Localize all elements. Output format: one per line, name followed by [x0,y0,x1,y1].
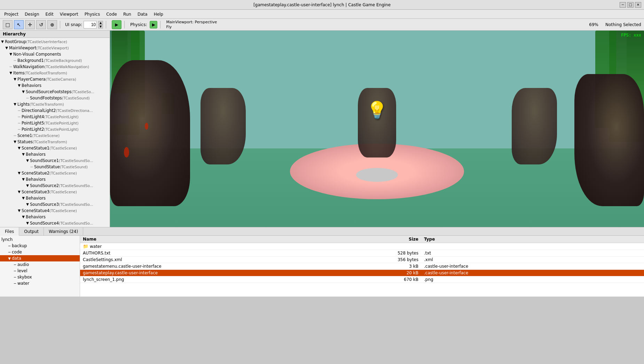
tree-item[interactable]: ▼Behaviors [0,176,110,183]
tree-item[interactable]: ─WalkNavigation (TCastleWalkNavigation) [0,64,110,70]
tree-expand-arrow[interactable]: ▼ [25,158,30,163]
file-row[interactable]: gamestatemenu.castle-user-interface3 kB.… [80,263,644,270]
tree-expand-arrow[interactable]: ▼ [25,220,30,226]
sidebar-item-audio[interactable]: ─audio [0,261,80,268]
tree-item[interactable]: ▼PlayerCamera (TCastleCamera) [0,76,110,82]
tree-expand-arrow[interactable]: ▼ [8,51,13,57]
file-tree-arrow[interactable]: ─ [7,244,12,248]
tree-expand-arrow[interactable]: ▼ [17,189,22,195]
arrow-button[interactable]: ↖ [14,20,24,29]
sidebar-item-backup[interactable]: ─backup [0,243,80,249]
sidebar-item-skybox[interactable]: ─skybox [0,274,80,280]
tree-item[interactable]: ▼Behaviors [0,82,110,89]
physics-play-button[interactable]: ▶ [150,21,157,29]
tree-item[interactable]: ▼RootGroup (TCastleUserInterface) [0,39,110,45]
move-button[interactable]: ✛ [25,20,35,29]
tree-expand-arrow[interactable]: ▼ [21,152,26,157]
tree-label: WalkNavigation [13,64,45,70]
sidebar-item-code[interactable]: ─code [0,249,80,255]
file-row[interactable]: 📁water [80,243,644,250]
tree-item[interactable]: ─SoundFootsteps (TCastleSound) [0,95,110,101]
file-tree-arrow[interactable]: ▼ [7,257,12,260]
maximize-button[interactable]: □ [627,2,634,8]
tree-item[interactable]: ▼SoundSourceFootsteps (TCastleSo... [0,89,110,95]
tree-item[interactable]: ▼SceneStatue3 (TCastleScene) [0,189,110,195]
file-row[interactable]: CastleSettings.xml356 bytes.xml [80,257,644,263]
tree-type: (TCastleTransform) [33,139,67,145]
file-tree-arrow[interactable]: ─ [13,282,17,285]
file-tree-arrow[interactable]: ─ [13,263,17,267]
file-tree-arrow[interactable]: ─ [13,269,17,273]
tree-expand-arrow[interactable]: ▼ [4,45,9,51]
tree-expand-arrow[interactable]: ▼ [13,139,17,145]
tree-item[interactable]: ─PointLight5 (TCastlePointLight) [0,120,110,126]
tree-item[interactable]: ▼Behaviors [0,214,110,220]
menu-item-code[interactable]: Code [103,11,120,17]
sidebar-item-lynch[interactable]: lynch [0,236,80,243]
tree-item[interactable]: ▼SoundSource3 (TCastleSoundSo... [0,201,110,208]
tree-item[interactable]: ▼SoundSource4 (TCastleSoundSo... [0,220,110,226]
tree-expand-arrow[interactable]: ▼ [21,195,26,201]
tree-item[interactable]: ▼SoundSource1 (TCastleSoundSo... [0,157,110,164]
rotate-button[interactable]: ↺ [36,20,46,29]
tree-expand-arrow[interactable]: ▼ [21,214,26,220]
tree-item[interactable]: ─DirectionalLight2 (TCastleDirectiona... [0,107,110,114]
menu-item-physics[interactable]: Physics [82,11,103,17]
file-tree-arrow[interactable]: ─ [7,250,12,254]
tree-item[interactable]: ▼Statues (TCastleTransform) [0,139,110,145]
tree-expand-arrow[interactable]: ▼ [17,170,22,176]
tree-expand-arrow[interactable]: ▼ [0,39,5,45]
file-row[interactable]: lynch_screen_1.png670 kB.png [80,276,644,283]
tree-item[interactable]: ▼MainViewport (TCastleViewport) [0,45,110,51]
tree-item[interactable]: ─PointLight4 (TCastlePointLight) [0,114,110,120]
menu-item-design[interactable]: Design [22,11,42,17]
tree-expand-arrow[interactable]: ▼ [13,102,17,107]
tree-expand-arrow[interactable]: ▼ [8,70,13,76]
menu-item-run[interactable]: Run [120,11,134,17]
menu-item-project[interactable]: Project [1,11,21,17]
file-row[interactable]: gamestateplay.castle-user-interface20 kB… [80,270,644,276]
menu-item-help[interactable]: Help [151,11,166,17]
menu-item-edit[interactable]: Edit [43,11,56,17]
tree-item[interactable]: ▼Lights (TCastleTransform) [0,101,110,107]
menu-item-data[interactable]: Data [135,11,150,17]
tree-item[interactable]: ─PointLight2 (TCastlePointLight) [0,126,110,132]
scale-button[interactable]: ⊕ [47,20,57,29]
tree-item[interactable]: ─SoundStatue (TCastleSound) [0,164,110,170]
tree-item[interactable]: ─Background1 (TCastleBackground) [0,57,110,64]
tree-expand-arrow[interactable]: ▼ [17,208,22,213]
tree-expand-arrow[interactable]: ▼ [21,89,26,95]
tree-item[interactable]: ▼SceneStatue2 (TCastleScene) [0,170,110,176]
tree-item[interactable]: ▼Non-Visual Components [0,51,110,57]
sidebar-item-data[interactable]: ▼data [0,255,80,261]
file-row[interactable]: AUTHORS.txt528 bytes.txt [80,250,644,257]
tree-expand-arrow[interactable]: ▼ [21,177,26,182]
bottom-tab-output[interactable]: Output [19,227,44,235]
sidebar-item-water[interactable]: ─water [0,280,80,286]
tree-expand-arrow[interactable]: ▼ [17,83,22,88]
bottom-tab-files[interactable]: Files [0,227,19,236]
tree-expand-arrow[interactable]: ▼ [25,183,30,188]
file-tree-arrow[interactable]: ─ [13,275,17,279]
tree-item[interactable]: ▼SceneStatue1 (TCastleScene) [0,145,110,151]
viewport-3d[interactable]: 💡 FPS: xxx [110,31,644,227]
tree-expand-arrow[interactable]: ▼ [25,202,30,207]
tree-item[interactable]: ─Scene1 (TCastleScene) [0,132,110,139]
tree-item[interactable]: ▼Items (TCastleRootTransform) [0,70,110,76]
close-button[interactable]: ✕ [635,2,641,8]
menu-item-viewport[interactable]: Viewport [57,11,81,17]
tree-item[interactable]: ▼Behaviors [0,195,110,201]
select-rect-button[interactable]: □ [3,20,13,29]
bottom-tab-warnings(24)[interactable]: Warnings (24) [44,227,83,235]
tree-item[interactable]: ▼SceneStatue4 (TCastleScene) [0,208,110,214]
ui-snap-input[interactable] [84,21,97,29]
tree-item[interactable]: ▼SoundSource2 (TCastleSoundSo... [0,183,110,189]
snap-up-arrow[interactable]: ▲ [98,21,103,25]
play-button[interactable]: ▶ [112,20,121,29]
snap-down-arrow[interactable]: ▼ [98,25,103,29]
sidebar-item-level[interactable]: ─level [0,268,80,274]
minimize-button[interactable]: ─ [620,2,626,8]
tree-expand-arrow[interactable]: ▼ [17,145,22,151]
tree-expand-arrow[interactable]: ▼ [13,76,17,82]
tree-item[interactable]: ▼Behaviors [0,151,110,157]
